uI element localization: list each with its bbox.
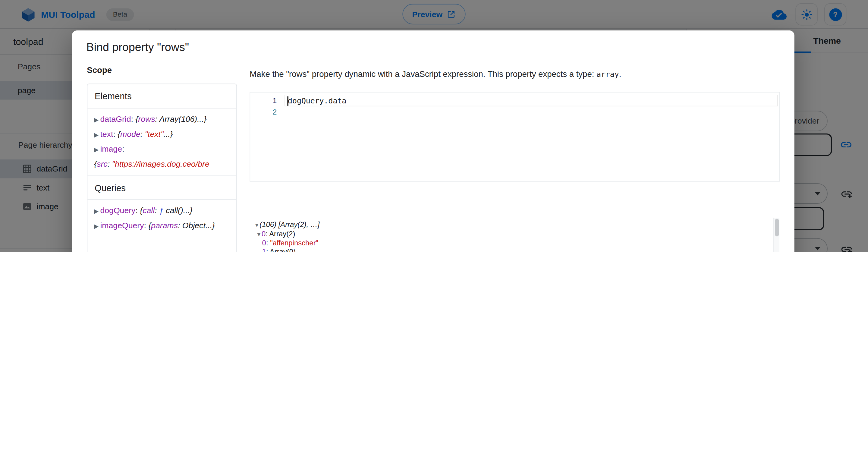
result-preview-tree: ▼(106) [Array(2), …] ▼0: Array(2) 0: "af… bbox=[250, 218, 780, 252]
preview-tree-row[interactable]: ▼(106) [Array(2), …] bbox=[250, 220, 780, 230]
preview-rows: ▼(106) [Array(2), …] ▼0: Array(2) 0: "af… bbox=[250, 218, 780, 252]
scope-tree-row[interactable]: ▶ imageQuery: {params: Object...} bbox=[94, 218, 230, 233]
dialog-instruction: Make the "rows" property dynamic with a … bbox=[250, 69, 770, 79]
instruction-period: . bbox=[619, 69, 621, 79]
text-cursor bbox=[287, 96, 288, 106]
preview-tree-row[interactable]: ▼0: Array(2) bbox=[250, 230, 780, 239]
scope-tree-row[interactable]: ▶ image: {src: "https://images.dog.ceo/b… bbox=[94, 142, 230, 171]
instruction-text: Make the "rows" property dynamic with a … bbox=[250, 69, 596, 79]
app-root: MUI Toolpad Beta Preview bbox=[0, 0, 868, 252]
scope-panel: Elements ▶ dataGrid: {rows: Array(106)..… bbox=[87, 84, 237, 252]
scope-tree-row[interactable]: ▶ dataGrid: {rows: Array(106)...} bbox=[94, 112, 230, 127]
vertical-scrollbar-thumb[interactable] bbox=[775, 219, 779, 237]
queries-tree: ▶ dogQuery: {call: ƒ call()...}▶ imageQu… bbox=[87, 200, 236, 238]
preview-tree-row[interactable]: 1: Array(0) bbox=[250, 247, 780, 252]
elements-tree: ▶ dataGrid: {rows: Array(106)...}▶ text:… bbox=[87, 109, 236, 176]
instruction-type: array bbox=[596, 70, 619, 79]
current-line-highlight bbox=[284, 95, 778, 106]
expression-code-editor[interactable]: 1 2 dogQuery.data bbox=[250, 92, 780, 182]
scope-tree-row[interactable]: ▶ dogQuery: {call: ƒ call()...} bbox=[94, 203, 230, 218]
line-number: 1 bbox=[250, 95, 277, 107]
bind-property-dialog: Bind property "rows" Scope Elements ▶ da… bbox=[72, 30, 795, 252]
vertical-scrollbar[interactable] bbox=[773, 218, 779, 252]
line-number: 2 bbox=[250, 107, 277, 118]
scope-tree-row[interactable]: ▶ text: {mode: "text"...} bbox=[94, 127, 230, 142]
line-number-gutter: 1 2 bbox=[250, 95, 277, 118]
code-line[interactable]: dogQuery.data bbox=[288, 95, 346, 107]
scope-label: Scope bbox=[87, 65, 112, 75]
dialog-title: Bind property "rows" bbox=[87, 40, 189, 54]
preview-tree-row[interactable]: 0: "affenpinscher" bbox=[250, 239, 780, 247]
queries-header: Queries bbox=[87, 176, 236, 200]
elements-header: Elements bbox=[87, 84, 236, 109]
